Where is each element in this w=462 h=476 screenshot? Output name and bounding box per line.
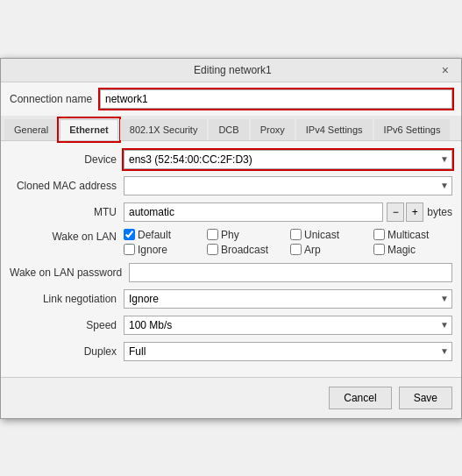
wake-on-lan-checkboxes: Default Phy Unicast Multicast Ignore	[124, 229, 452, 256]
device-select-wrapper: ens3 (52:54:00:CC:2F:D3) ▼	[124, 150, 452, 169]
mtu-row: MTU − + bytes	[10, 202, 452, 222]
wol-password-row: Wake on LAN password	[10, 263, 452, 282]
dialog: Editing network1 × Connection name Gener…	[0, 58, 462, 419]
cloned-mac-select-wrapper: ▼	[124, 176, 452, 195]
speed-select[interactable]: 100 Mb/s 10 Mb/s 1000 Mb/s	[124, 316, 452, 335]
link-negotiation-control: Ignore Automatic Manual ▼	[124, 289, 452, 309]
wol-default-checkbox[interactable]	[124, 229, 135, 240]
tab-ipv6-settings[interactable]: IPv6 Settings	[374, 119, 451, 140]
wol-unicast-checkbox[interactable]	[290, 229, 302, 240]
duplex-select[interactable]: Full Half	[124, 342, 452, 361]
wol-multicast-item: Multicast	[373, 229, 452, 241]
tabs-bar: General Ethernet 802.1X Security DCB Pro…	[1, 116, 461, 141]
dialog-footer: Cancel Save	[1, 377, 461, 418]
duplex-row: Duplex Full Half ▼	[10, 342, 452, 361]
wol-default-item: Default	[124, 229, 203, 241]
device-control: ens3 (52:54:00:CC:2F:D3) ▼	[124, 150, 452, 169]
wol-default-label: Default	[138, 229, 171, 241]
duplex-select-wrapper: Full Half ▼	[124, 342, 452, 361]
close-button[interactable]: ×	[438, 64, 452, 76]
mtu-input[interactable]	[124, 202, 383, 222]
wol-multicast-label: Multicast	[387, 229, 429, 241]
cloned-mac-label: Cloned MAC address	[10, 180, 124, 192]
link-negotiation-row: Link negotiation Ignore Automatic Manual…	[10, 289, 452, 309]
wol-phy-label: Phy	[221, 229, 239, 241]
wol-multicast-checkbox[interactable]	[373, 229, 385, 240]
cloned-mac-control: ▼	[124, 176, 452, 195]
speed-control: 100 Mb/s 10 Mb/s 1000 Mb/s ▼	[124, 316, 452, 335]
wol-password-input[interactable]	[129, 263, 452, 282]
wol-password-label: Wake on LAN password	[10, 266, 129, 279]
device-select[interactable]: ens3 (52:54:00:CC:2F:D3)	[124, 150, 452, 169]
save-button[interactable]: Save	[399, 387, 452, 409]
connection-name-input[interactable]	[100, 89, 452, 109]
mtu-minus-button[interactable]: −	[387, 202, 404, 222]
mtu-controls: − +	[387, 202, 423, 222]
wake-on-lan-label: Wake on LAN	[10, 229, 124, 243]
mtu-plus-button[interactable]: +	[406, 202, 423, 222]
wol-broadcast-label: Broadcast	[221, 244, 268, 256]
tab-general[interactable]: General	[4, 119, 58, 140]
link-negotiation-select[interactable]: Ignore Automatic Manual	[124, 289, 452, 309]
dialog-title: Editing network1	[27, 64, 438, 76]
tab-content-ethernet: Device ens3 (52:54:00:CC:2F:D3) ▼ Cloned…	[1, 141, 461, 377]
mtu-label: MTU	[10, 206, 124, 218]
cancel-button[interactable]: Cancel	[329, 387, 391, 409]
device-row: Device ens3 (52:54:00:CC:2F:D3) ▼	[10, 150, 452, 169]
link-negotiation-label: Link negotiation	[10, 293, 124, 305]
connection-name-label: Connection name	[10, 93, 93, 105]
duplex-control: Full Half ▼	[124, 342, 452, 361]
wol-ignore-checkbox[interactable]	[124, 244, 135, 255]
speed-label: Speed	[10, 319, 124, 331]
tab-dcb[interactable]: DCB	[209, 119, 248, 140]
wol-ignore-item: Ignore	[124, 244, 203, 256]
wol-arp-item: Arp	[290, 244, 369, 256]
titlebar: Editing network1 ×	[1, 59, 461, 82]
wol-magic-item: Magic	[373, 244, 452, 256]
tab-ipv4-settings[interactable]: IPv4 Settings	[296, 119, 373, 140]
wol-phy-item: Phy	[207, 229, 286, 241]
connection-name-row: Connection name	[1, 82, 461, 116]
cloned-mac-row: Cloned MAC address ▼	[10, 176, 452, 195]
wol-arp-label: Arp	[304, 244, 321, 256]
cloned-mac-select[interactable]	[124, 176, 452, 195]
wol-magic-checkbox[interactable]	[373, 244, 385, 255]
wol-magic-label: Magic	[387, 244, 416, 256]
wol-unicast-item: Unicast	[290, 229, 369, 241]
wol-broadcast-checkbox[interactable]	[207, 244, 218, 255]
duplex-label: Duplex	[10, 345, 124, 358]
speed-row: Speed 100 Mb/s 10 Mb/s 1000 Mb/s ▼	[10, 316, 452, 335]
tab-ethernet[interactable]: Ethernet	[60, 119, 118, 140]
link-neg-select-wrapper: Ignore Automatic Manual ▼	[124, 289, 452, 309]
device-label: Device	[10, 153, 124, 166]
wol-password-control	[129, 263, 452, 282]
wol-unicast-label: Unicast	[304, 229, 339, 241]
wake-on-lan-row: Wake on LAN Default Phy Unicast Multicas…	[10, 229, 452, 256]
wol-phy-checkbox[interactable]	[207, 229, 218, 240]
tab-8021x-security[interactable]: 802.1X Security	[120, 119, 208, 140]
speed-select-wrapper: 100 Mb/s 10 Mb/s 1000 Mb/s ▼	[124, 316, 452, 335]
wol-broadcast-item: Broadcast	[207, 244, 286, 256]
wol-ignore-label: Ignore	[138, 244, 167, 256]
tab-proxy[interactable]: Proxy	[251, 119, 295, 140]
wol-arp-checkbox[interactable]	[290, 244, 302, 255]
mtu-unit-label: bytes	[427, 206, 452, 218]
